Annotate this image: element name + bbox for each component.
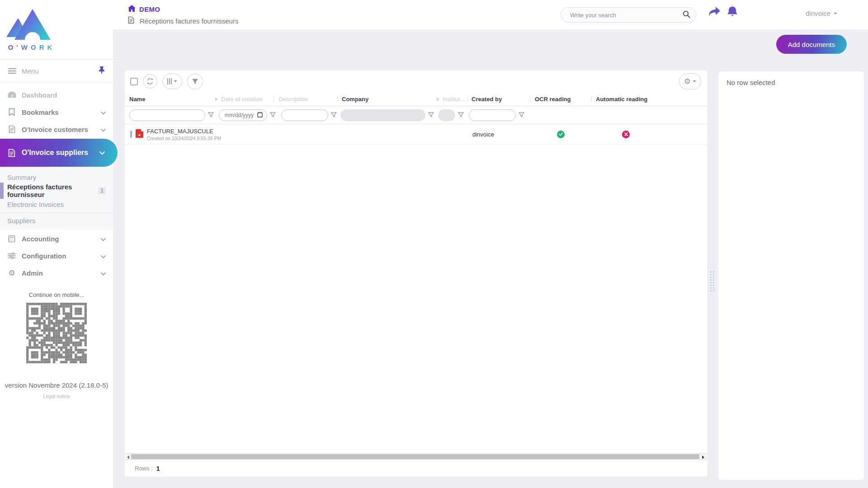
invoice-icon bbox=[7, 149, 16, 157]
columns-button[interactable] bbox=[162, 74, 182, 89]
sidebar-item-configuration[interactable]: Configuration bbox=[0, 247, 113, 264]
chevron-down-icon bbox=[101, 252, 106, 260]
filter-button[interactable] bbox=[187, 74, 203, 89]
mobile-hint: Continue on mobile... bbox=[0, 291, 113, 298]
table-header-row: Name Date of creation Description Compan… bbox=[125, 92, 708, 106]
legal-notice-link[interactable]: Legal notice bbox=[0, 394, 113, 399]
funnel-icon[interactable] bbox=[331, 111, 337, 119]
chevron-down-icon bbox=[174, 80, 177, 82]
chevron-down-icon bbox=[834, 13, 837, 14]
pdf-icon bbox=[136, 129, 143, 140]
column-header-ocr-reading[interactable]: OCR reading bbox=[530, 92, 591, 106]
topbar: DEMO Réceptions factures fournisseurs di… bbox=[113, 0, 868, 30]
submenu-item-suppliers[interactable]: Suppliers bbox=[0, 212, 113, 227]
sidebar-item-label: Dashboard bbox=[22, 91, 57, 99]
ocr-success-icon bbox=[557, 131, 565, 138]
sidebar-menu-header: Menu bbox=[0, 59, 113, 83]
calculator-icon bbox=[7, 235, 16, 243]
column-header-created-by[interactable]: Created by bbox=[467, 92, 530, 106]
submenu-item-electronic-invoices[interactable]: Electronic Invoices bbox=[0, 197, 113, 211]
scroll-right-arrow[interactable] bbox=[702, 455, 704, 459]
search-icon[interactable] bbox=[683, 10, 690, 20]
scroll-left-arrow[interactable] bbox=[127, 455, 129, 459]
documents-table-card: ⚙ Name Date of creation Description Comp… bbox=[124, 70, 708, 477]
column-header-institution[interactable]: Institut... bbox=[434, 92, 467, 106]
detail-panel: No row selected bbox=[718, 71, 864, 480]
sidebar: O'WORK Menu Dashboard Bookmarks bbox=[0, 0, 113, 488]
column-header-date[interactable]: Date of creation bbox=[213, 92, 274, 106]
document-name[interactable]: FACTURE_MAJUSCULE bbox=[147, 128, 221, 135]
filter-company-input-disabled bbox=[340, 109, 425, 121]
funnel-icon[interactable] bbox=[458, 111, 464, 119]
app: O'WORK Menu Dashboard Bookmarks bbox=[0, 0, 868, 488]
select-all-checkbox[interactable] bbox=[130, 78, 138, 85]
calendar-icon[interactable] bbox=[257, 112, 263, 119]
table-row[interactable]: FACTURE_MAJUSCULE Created on 10/24/2024 … bbox=[125, 124, 708, 145]
pin-icon[interactable] bbox=[99, 66, 105, 76]
chevron-down-icon bbox=[101, 235, 106, 243]
username: dinvoice bbox=[806, 9, 830, 17]
row-checkbox[interactable] bbox=[130, 131, 132, 138]
funnel-icon bbox=[192, 78, 198, 85]
active-indicator bbox=[0, 183, 4, 199]
suppliers-submenu: Summary Réceptions factures fournisseur … bbox=[0, 167, 113, 230]
funnel-icon[interactable] bbox=[428, 111, 434, 119]
sliders-icon bbox=[7, 252, 16, 259]
automatic-failed-icon bbox=[622, 131, 630, 138]
refresh-button[interactable] bbox=[143, 74, 157, 89]
gear-icon: ⚙ bbox=[684, 78, 691, 85]
table-footer: Rows : 1 bbox=[125, 460, 708, 477]
horizontal-scrollbar[interactable] bbox=[125, 453, 707, 460]
mobile-section: Continue on mobile... version Novembre 2… bbox=[0, 291, 113, 399]
dashboard-icon bbox=[7, 91, 16, 99]
bell-icon[interactable] bbox=[727, 6, 738, 20]
sidebar-item-oinvoice-suppliers[interactable]: O'Invoice suppliers bbox=[0, 139, 118, 167]
hamburger-icon[interactable] bbox=[8, 68, 16, 74]
filter-created-by-input[interactable] bbox=[469, 109, 516, 121]
add-documents-button[interactable]: Add documents bbox=[776, 35, 847, 54]
sidebar-item-dashboard[interactable]: Dashboard bbox=[0, 86, 113, 103]
action-bar: Add documents bbox=[113, 30, 868, 59]
chevron-down-icon bbox=[99, 149, 105, 157]
refresh-icon bbox=[146, 78, 154, 85]
sidebar-item-label: Bookmarks bbox=[22, 108, 59, 116]
app-title: DEMO bbox=[128, 5, 160, 13]
sidebar-item-label: O'Invoice suppliers bbox=[22, 149, 88, 157]
filter-description-input[interactable] bbox=[281, 109, 328, 121]
chevron-down-icon bbox=[101, 126, 106, 133]
qr-code bbox=[26, 303, 87, 363]
logo: O'WORK bbox=[0, 0, 63, 59]
sidebar-item-label: O'Invoice customers bbox=[22, 126, 88, 133]
home-icon bbox=[128, 5, 136, 13]
share-icon[interactable] bbox=[708, 7, 721, 19]
sidebar-item-oinvoice-customers[interactable]: O'Invoice customers bbox=[0, 121, 113, 138]
rows-count: 1 bbox=[156, 465, 160, 472]
funnel-icon[interactable] bbox=[519, 111, 524, 119]
sidebar-item-label: Configuration bbox=[22, 252, 66, 260]
filter-institution-input-disabled bbox=[438, 109, 455, 121]
count-badge: 1 bbox=[98, 187, 106, 194]
filter-name-input[interactable] bbox=[129, 109, 205, 121]
search-bar bbox=[561, 7, 696, 23]
chevron-down-icon bbox=[101, 269, 106, 277]
user-menu[interactable]: dinvoice bbox=[806, 9, 837, 17]
panel-resize-handle[interactable] bbox=[710, 271, 714, 291]
scrollbar-thumb[interactable] bbox=[131, 454, 699, 459]
document-icon bbox=[128, 16, 134, 25]
search-input[interactable] bbox=[570, 12, 683, 19]
invoice-icon bbox=[7, 125, 16, 133]
sidebar-item-admin[interactable]: ⚙ Admin bbox=[0, 264, 113, 282]
column-header-description[interactable]: Description bbox=[274, 92, 337, 106]
table-settings-button[interactable]: ⚙ bbox=[679, 73, 701, 89]
column-header-automatic-reading[interactable]: Automatic reading bbox=[591, 92, 660, 106]
column-header-company[interactable]: Company bbox=[337, 92, 434, 106]
submenu-item-summary[interactable]: Summary bbox=[0, 170, 113, 184]
column-header-name[interactable]: Name bbox=[125, 92, 213, 106]
submenu-item-receptions[interactable]: Réceptions factures fournisseur 1 bbox=[0, 184, 113, 197]
chevron-down-icon bbox=[693, 80, 696, 82]
gear-icon: ⚙ bbox=[7, 269, 16, 277]
filter-date-input[interactable]: mm/dd/yyyy bbox=[219, 109, 267, 121]
sidebar-item-bookmarks[interactable]: Bookmarks bbox=[0, 103, 113, 121]
sidebar-item-accounting[interactable]: Accounting bbox=[0, 230, 113, 247]
columns-icon bbox=[167, 78, 172, 84]
